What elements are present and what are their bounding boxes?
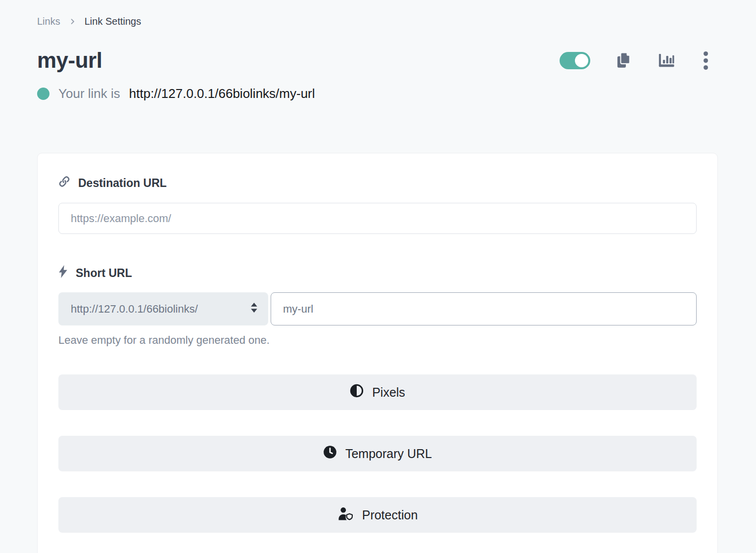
link-status-line: Your link is http://127.0.0.1/66biolinks… — [37, 86, 718, 101]
short-url-help-text: Leave empty for a randomly generated one… — [58, 334, 697, 347]
user-shield-icon — [337, 507, 354, 523]
breadcrumb-links[interactable]: Links — [37, 16, 60, 27]
short-url-group: http://127.0.0.1/66biolinks/ — [58, 292, 697, 325]
protection-section-button[interactable]: Protection — [58, 497, 697, 533]
header-actions — [560, 50, 711, 71]
protection-button-label: Protection — [362, 508, 418, 522]
page-header: my-url — [37, 48, 718, 73]
short-url-label: Short URL — [58, 265, 697, 281]
page-title: my-url — [37, 48, 102, 73]
half-circle-icon — [350, 384, 364, 401]
chevron-right-icon — [69, 18, 76, 25]
toggle-knob — [575, 54, 588, 67]
status-dot — [37, 88, 49, 100]
short-url-input[interactable] — [271, 292, 697, 325]
link-settings-page: Links Link Settings my-url — [0, 0, 756, 553]
short-link-url[interactable]: http://127.0.0.1/66biolinks/my-url — [129, 86, 315, 101]
link-settings-card: Destination URL Short URL http://127.0.0… — [37, 153, 718, 553]
link-active-toggle[interactable] — [560, 52, 590, 69]
copy-link-button[interactable] — [616, 51, 632, 70]
bolt-icon — [58, 265, 68, 281]
more-menu-button[interactable] — [701, 50, 711, 71]
pixels-button-label: Pixels — [372, 385, 405, 400]
short-url-domain-value: http://127.0.0.1/66biolinks/ — [71, 303, 198, 316]
statistics-button[interactable] — [658, 52, 675, 69]
pixels-section-button[interactable]: Pixels — [58, 374, 697, 410]
statistics-icon — [658, 52, 675, 69]
breadcrumb-link-settings: Link Settings — [85, 16, 142, 27]
more-menu-icon — [704, 51, 708, 56]
destination-url-label-text: Destination URL — [78, 177, 167, 190]
copy-icon — [616, 51, 632, 70]
short-url-domain-select[interactable]: http://127.0.0.1/66biolinks/ — [58, 292, 268, 325]
destination-url-input[interactable] — [58, 203, 697, 234]
temporary-url-section-button[interactable]: Temporary URL — [58, 436, 697, 471]
link-icon — [58, 176, 70, 190]
destination-url-label: Destination URL — [58, 176, 697, 190]
breadcrumb: Links Link Settings — [37, 0, 718, 27]
temporary-url-button-label: Temporary URL — [345, 447, 432, 461]
clock-icon — [323, 445, 337, 462]
short-url-label-text: Short URL — [76, 267, 132, 280]
link-prefix-text: Your link is — [58, 86, 120, 101]
select-caret-icon — [249, 302, 259, 317]
